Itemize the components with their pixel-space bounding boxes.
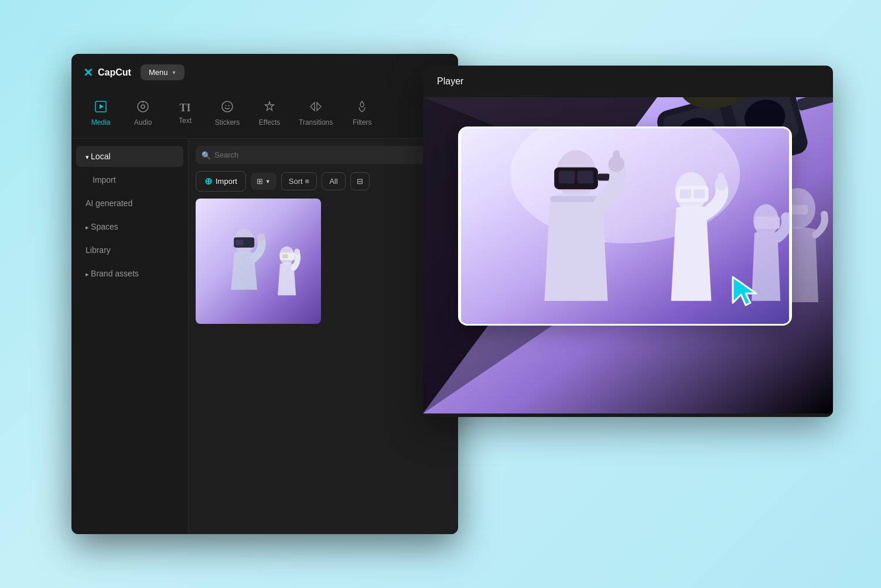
audio-icon [136,100,149,116]
player-content [423,97,833,413]
effects-label: Effects [259,118,280,127]
preview-card [458,127,792,326]
all-filter-button[interactable]: All [322,172,345,190]
stickers-label: Stickers [215,118,240,127]
filters-label: Filters [353,118,372,127]
svg-rect-11 [235,240,244,245]
svg-marker-47 [733,277,756,305]
filter-icon: ⊟ [357,177,363,186]
tab-stickers[interactable]: Stickers [207,95,247,131]
svg-point-3 [141,105,145,108]
transitions-icon [309,100,322,116]
svg-point-5 [222,101,233,112]
tab-filters[interactable]: Filters [342,95,382,131]
tab-text[interactable]: TI Text [165,97,205,129]
svg-rect-8 [196,199,321,324]
media-toolbar: ⊕ Import ⊞ ▼ Sort ≡ All ⊟ [196,171,451,192]
main-container: ✕ CapCut Menu Media [48,36,833,552]
text-label: Text [179,117,192,125]
search-input[interactable] [196,146,451,164]
vr-thumbnail-svg [196,199,321,324]
svg-rect-33 [559,171,575,184]
svg-point-16 [294,249,300,255]
chevron-down-icon: ▼ [265,179,271,184]
media-grid [196,199,451,324]
svg-point-12 [257,233,265,241]
sidebar: Local Import AI generated Spaces Library… [71,139,189,534]
search-wrapper: 🔍 [196,146,451,164]
media-icon [94,100,107,116]
search-icon: 🔍 [202,151,211,159]
sidebar-item-brand-assets[interactable]: Brand assets [76,263,183,284]
toolbar: Media Audio TI Text [71,91,458,139]
sidebar-item-ai-generated[interactable]: AI generated [76,193,183,214]
svg-rect-44 [718,173,725,186]
tab-media[interactable]: Media [81,95,121,131]
player-title: Player [437,76,463,86]
grid-view-icon: ⊞ [257,177,263,186]
logo-area: ✕ CapCut [83,66,131,80]
top-bar: ✕ CapCut Menu [71,54,458,91]
player-header: Player [423,66,833,97]
media-thumbnail-1[interactable] [196,199,321,324]
effects-icon [263,100,276,116]
sort-button[interactable]: Sort ≡ [281,172,317,190]
media-label: Media [91,118,111,127]
sidebar-item-import[interactable]: Import [76,169,183,190]
import-button[interactable]: ⊕ Import [196,171,246,192]
text-icon: TI [179,102,190,114]
svg-rect-46 [754,216,780,229]
filters-icon [356,100,368,116]
svg-point-7 [228,105,230,107]
tab-effects[interactable]: Effects [250,95,289,131]
svg-rect-34 [577,171,593,184]
app-window: ✕ CapCut Menu Media [71,54,458,534]
menu-button[interactable]: Menu [141,64,185,80]
tab-transitions[interactable]: Transitions [292,95,340,131]
media-panel: 🔍 ⊕ Import ⊞ ▼ Sort ≡ [189,139,458,534]
svg-rect-35 [598,174,610,181]
import-plus-icon: ⊕ [204,176,212,187]
sidebar-item-local[interactable]: Local [76,146,183,167]
svg-rect-41 [679,189,691,199]
stickers-icon [221,100,234,116]
sort-icon: ≡ [305,177,310,186]
logo-icon: ✕ [83,66,93,80]
player-window: Player [423,66,833,417]
svg-rect-15 [282,254,288,258]
svg-point-6 [226,105,227,107]
cursor-arrow-svg [728,272,769,307]
view-toggle-button[interactable]: ⊞ ▼ [251,173,276,190]
filter-button[interactable]: ⊟ [350,172,370,190]
cursor-overlay [728,272,769,310]
svg-marker-1 [100,104,104,109]
svg-rect-42 [694,189,705,199]
sidebar-item-spaces[interactable]: Spaces [76,216,183,237]
content-area: Local Import AI generated Spaces Library… [71,139,458,534]
audio-label: Audio [134,118,152,127]
logo-text: CapCut [98,67,131,78]
sidebar-item-library[interactable]: Library [76,240,183,261]
tab-audio[interactable]: Audio [123,95,163,131]
transitions-label: Transitions [299,118,333,127]
svg-rect-38 [613,150,620,166]
